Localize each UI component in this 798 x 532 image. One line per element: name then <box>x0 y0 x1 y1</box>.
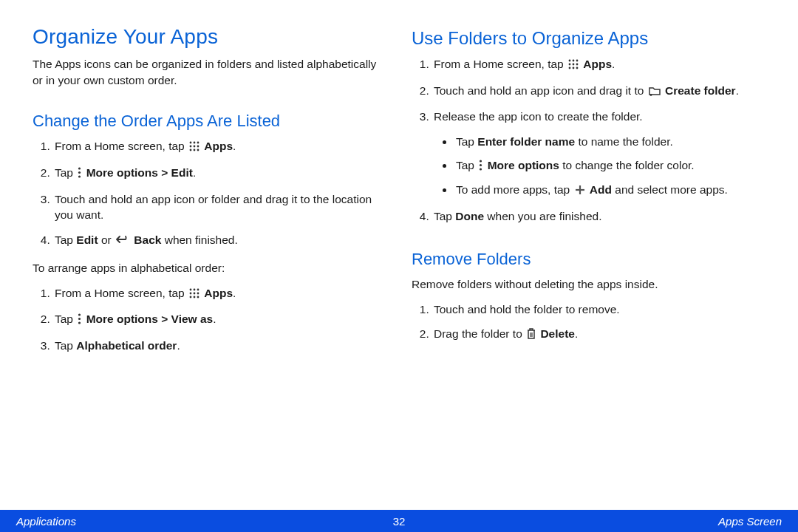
svg-point-0 <box>190 142 192 144</box>
plus-icon <box>575 183 585 200</box>
heading-change-order: Change the Order Apps Are Listed <box>33 112 389 131</box>
page-number: 32 <box>393 515 406 528</box>
svg-point-26 <box>576 60 579 62</box>
alpha-steps: From a Home screen, tap Apps. Tap More o… <box>33 285 389 354</box>
change-order-steps: From a Home screen, tap Apps. Tap More o… <box>33 138 389 249</box>
page-footer: Applications 32 Apps Screen <box>0 510 798 532</box>
delete-icon <box>527 327 536 344</box>
remove-intro: Remove folders without deleting the apps… <box>412 276 768 293</box>
list-item: Tap Alphabetical order. <box>53 338 389 354</box>
footer-right: Apps Screen <box>718 515 782 528</box>
list-item: Touch and hold the folder to remove. <box>432 301 768 318</box>
svg-point-24 <box>569 60 571 62</box>
svg-point-28 <box>573 64 575 66</box>
svg-point-30 <box>569 67 571 69</box>
back-icon <box>116 233 129 250</box>
list-item: Touch and hold an app icon or folder and… <box>53 191 389 223</box>
svg-point-9 <box>78 167 81 169</box>
svg-point-16 <box>194 292 196 294</box>
svg-point-25 <box>573 60 575 62</box>
left-column: Organize Your Apps The Apps icons can be… <box>33 25 389 364</box>
use-folders-steps: From a Home screen, tap Apps. Touch and … <box>412 56 768 225</box>
svg-point-19 <box>194 296 196 298</box>
svg-point-1 <box>194 142 196 144</box>
right-column: Use Folders to Organize Apps From a Home… <box>412 25 768 364</box>
intro-paragraph: The Apps icons can be organized in folde… <box>33 56 389 88</box>
alpha-intro: To arrange apps in alphabetical order: <box>33 260 389 276</box>
more-options-icon <box>78 166 81 183</box>
heading-organize-your-apps: Organize Your Apps <box>33 25 389 49</box>
heading-use-folders: Use Folders to Organize Apps <box>412 28 768 49</box>
list-item: Drag the folder to Delete. <box>432 326 768 344</box>
folder-substeps: Tap Enter folder name to name the folder… <box>434 134 768 200</box>
list-item: Touch and hold an app icon and drag it t… <box>432 83 768 100</box>
svg-point-17 <box>197 292 200 294</box>
svg-point-35 <box>480 160 482 162</box>
svg-point-21 <box>78 314 81 316</box>
svg-point-18 <box>190 296 192 298</box>
svg-point-10 <box>78 171 81 174</box>
svg-point-20 <box>197 296 200 298</box>
list-item: Tap More options to change the folder co… <box>454 157 768 175</box>
svg-point-8 <box>197 149 200 151</box>
more-options-icon <box>479 159 482 175</box>
footer-left: Applications <box>16 515 76 528</box>
apps-grid-icon <box>189 140 200 156</box>
apps-grid-icon <box>189 287 200 303</box>
list-item: From a Home screen, tap Apps. <box>432 56 768 74</box>
svg-point-3 <box>190 146 192 148</box>
more-options-icon <box>78 313 81 329</box>
list-item: To add more apps, tap Add and select mor… <box>454 182 768 200</box>
svg-point-12 <box>190 288 192 290</box>
svg-point-6 <box>190 149 192 151</box>
list-item: Release the app icon to create the folde… <box>432 109 768 200</box>
list-item: Tap Enter folder name to name the folder… <box>454 134 768 150</box>
svg-point-23 <box>78 322 81 324</box>
svg-point-29 <box>576 64 579 66</box>
list-item: From a Home screen, tap Apps. <box>53 138 389 156</box>
heading-remove-folders: Remove Folders <box>412 250 768 269</box>
svg-point-22 <box>78 318 81 320</box>
svg-point-36 <box>480 164 482 166</box>
list-item: Tap More options > View as. <box>53 311 389 329</box>
svg-point-11 <box>78 175 81 177</box>
svg-point-4 <box>194 146 196 148</box>
list-item: Tap Done when you are finished. <box>432 208 768 225</box>
svg-point-37 <box>480 168 482 170</box>
svg-point-32 <box>576 67 579 69</box>
remove-steps: Touch and hold the folder to remove. Dra… <box>412 301 768 344</box>
create-folder-icon <box>649 84 661 100</box>
svg-point-2 <box>197 142 200 144</box>
svg-point-14 <box>197 288 200 290</box>
list-item: From a Home screen, tap Apps. <box>53 285 389 303</box>
svg-point-27 <box>569 64 571 66</box>
list-item: Tap More options > Edit. <box>53 165 389 183</box>
list-item: Tap Edit or Back when finished. <box>53 232 389 250</box>
svg-point-5 <box>197 146 200 148</box>
svg-point-15 <box>190 292 192 294</box>
svg-point-13 <box>194 288 196 290</box>
svg-point-31 <box>573 67 575 69</box>
svg-point-7 <box>194 149 196 151</box>
apps-grid-icon <box>568 58 579 74</box>
